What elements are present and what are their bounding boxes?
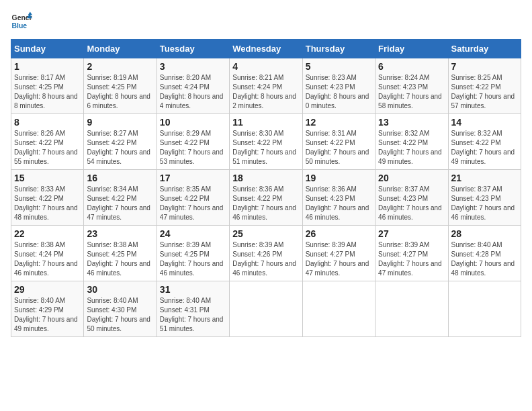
day-detail: Sunrise: 8:31 AMSunset: 4:22 PMDaylight:… [306, 130, 369, 165]
day-detail: Sunrise: 8:20 AMSunset: 4:24 PMDaylight:… [160, 74, 224, 109]
calendar-cell: 15 Sunrise: 8:33 AMSunset: 4:22 PMDaylig… [11, 170, 84, 226]
day-detail: Sunrise: 8:30 AMSunset: 4:22 PMDaylight:… [232, 130, 296, 165]
calendar-cell: 8 Sunrise: 8:26 AMSunset: 4:22 PMDayligh… [11, 114, 84, 170]
week-row-3: 15 Sunrise: 8:33 AMSunset: 4:22 PMDaylig… [11, 170, 521, 226]
day-header-wednesday: Wednesday [230, 40, 302, 58]
day-detail: Sunrise: 8:32 AMSunset: 4:22 PMDaylight:… [378, 130, 442, 165]
day-detail: Sunrise: 8:23 AMSunset: 4:23 PMDaylight:… [306, 74, 369, 109]
calendar-cell: 13 Sunrise: 8:32 AMSunset: 4:22 PMDaylig… [375, 114, 448, 170]
calendar-cell: 2 Sunrise: 8:19 AMSunset: 4:25 PMDayligh… [84, 58, 157, 114]
day-number: 10 [160, 117, 226, 128]
day-number: 3 [160, 61, 226, 72]
calendar-cell: 11 Sunrise: 8:30 AMSunset: 4:22 PMDaylig… [230, 114, 302, 170]
day-number: 4 [232, 61, 299, 72]
day-number: 19 [306, 173, 372, 183]
day-detail: Sunrise: 8:38 AMSunset: 4:25 PMDaylight:… [87, 241, 150, 277]
day-detail: Sunrise: 8:40 AMSunset: 4:28 PMDaylight:… [451, 241, 515, 277]
day-header-monday: Monday [84, 40, 157, 58]
calendar-cell: 5 Sunrise: 8:23 AMSunset: 4:23 PMDayligh… [302, 58, 375, 114]
day-detail: Sunrise: 8:33 AMSunset: 4:22 PMDaylight:… [14, 185, 78, 221]
day-number: 18 [232, 173, 299, 183]
day-detail: Sunrise: 8:34 AMSunset: 4:22 PMDaylight:… [87, 185, 150, 221]
day-detail: Sunrise: 8:17 AMSunset: 4:25 PMDaylight:… [14, 74, 78, 109]
calendar-cell: 27 Sunrise: 8:39 AMSunset: 4:27 PMDaylig… [375, 226, 448, 281]
day-number: 22 [14, 228, 81, 239]
day-detail: Sunrise: 8:19 AMSunset: 4:25 PMDaylight:… [87, 74, 150, 109]
calendar-cell: 4 Sunrise: 8:21 AMSunset: 4:24 PMDayligh… [230, 58, 302, 114]
day-detail: Sunrise: 8:39 AMSunset: 4:27 PMDaylight:… [306, 241, 369, 277]
calendar-cell: 30 Sunrise: 8:40 AMSunset: 4:30 PMDaylig… [84, 281, 157, 337]
calendar-cell [230, 281, 302, 337]
calendar-cell: 18 Sunrise: 8:36 AMSunset: 4:22 PMDaylig… [230, 170, 302, 226]
calendar-cell: 10 Sunrise: 8:29 AMSunset: 4:22 PMDaylig… [157, 114, 229, 170]
week-row-2: 8 Sunrise: 8:26 AMSunset: 4:22 PMDayligh… [11, 114, 521, 170]
day-number: 12 [306, 117, 372, 128]
day-detail: Sunrise: 8:32 AMSunset: 4:22 PMDaylight:… [451, 130, 515, 165]
calendar-cell: 22 Sunrise: 8:38 AMSunset: 4:24 PMDaylig… [11, 226, 84, 281]
day-number: 26 [306, 228, 372, 239]
calendar-cell: 25 Sunrise: 8:39 AMSunset: 4:26 PMDaylig… [230, 226, 302, 281]
day-detail: Sunrise: 8:38 AMSunset: 4:24 PMDaylight:… [14, 241, 78, 277]
day-number: 24 [160, 228, 226, 239]
day-detail: Sunrise: 8:29 AMSunset: 4:22 PMDaylight:… [160, 130, 224, 165]
day-detail: Sunrise: 8:39 AMSunset: 4:25 PMDaylight:… [160, 241, 224, 277]
calendar-cell: 9 Sunrise: 8:27 AMSunset: 4:22 PMDayligh… [84, 114, 157, 170]
day-detail: Sunrise: 8:36 AMSunset: 4:23 PMDaylight:… [306, 185, 369, 221]
day-number: 31 [160, 284, 226, 295]
day-number: 8 [14, 117, 81, 128]
calendar-cell: 16 Sunrise: 8:34 AMSunset: 4:22 PMDaylig… [84, 170, 157, 226]
day-detail: Sunrise: 8:40 AMSunset: 4:29 PMDaylight:… [14, 297, 78, 332]
svg-text:Blue: Blue [12, 22, 28, 30]
day-detail: Sunrise: 8:39 AMSunset: 4:26 PMDaylight:… [232, 241, 296, 277]
day-number: 6 [378, 61, 445, 72]
day-number: 20 [378, 173, 445, 183]
day-number: 27 [378, 228, 445, 239]
day-detail: Sunrise: 8:27 AMSunset: 4:22 PMDaylight:… [87, 130, 150, 165]
day-number: 25 [232, 228, 299, 239]
day-number: 30 [87, 284, 153, 295]
day-number: 9 [87, 117, 153, 128]
day-number: 21 [451, 173, 518, 183]
day-detail: Sunrise: 8:36 AMSunset: 4:22 PMDaylight:… [232, 185, 296, 221]
day-header-tuesday: Tuesday [157, 40, 229, 58]
logo-icon: General Blue [11, 11, 32, 32]
day-number: 16 [87, 173, 153, 183]
calendar-cell: 19 Sunrise: 8:36 AMSunset: 4:23 PMDaylig… [302, 170, 375, 226]
calendar-cell: 1 Sunrise: 8:17 AMSunset: 4:25 PMDayligh… [11, 58, 84, 114]
calendar-cell: 12 Sunrise: 8:31 AMSunset: 4:22 PMDaylig… [302, 114, 375, 170]
day-number: 15 [14, 173, 81, 183]
calendar-cell: 29 Sunrise: 8:40 AMSunset: 4:29 PMDaylig… [11, 281, 84, 337]
logo: General Blue [11, 11, 32, 32]
day-number: 2 [87, 61, 153, 72]
day-number: 1 [14, 61, 81, 72]
day-header-thursday: Thursday [302, 40, 375, 58]
day-number: 23 [87, 228, 153, 239]
day-number: 17 [160, 173, 226, 183]
day-number: 28 [451, 228, 518, 239]
day-detail: Sunrise: 8:40 AMSunset: 4:31 PMDaylight:… [160, 297, 224, 332]
day-detail: Sunrise: 8:25 AMSunset: 4:22 PMDaylight:… [451, 74, 515, 109]
calendar-cell: 21 Sunrise: 8:37 AMSunset: 4:23 PMDaylig… [448, 170, 521, 226]
calendar-cell: 14 Sunrise: 8:32 AMSunset: 4:22 PMDaylig… [448, 114, 521, 170]
week-row-4: 22 Sunrise: 8:38 AMSunset: 4:24 PMDaylig… [11, 226, 521, 281]
day-number: 14 [451, 117, 518, 128]
day-detail: Sunrise: 8:21 AMSunset: 4:24 PMDaylight:… [232, 74, 296, 109]
day-detail: Sunrise: 8:37 AMSunset: 4:23 PMDaylight:… [451, 185, 515, 221]
calendar-cell: 17 Sunrise: 8:35 AMSunset: 4:22 PMDaylig… [157, 170, 229, 226]
day-detail: Sunrise: 8:39 AMSunset: 4:27 PMDaylight:… [378, 241, 442, 277]
calendar-cell: 3 Sunrise: 8:20 AMSunset: 4:24 PMDayligh… [157, 58, 229, 114]
calendar-cell: 7 Sunrise: 8:25 AMSunset: 4:22 PMDayligh… [448, 58, 521, 114]
day-detail: Sunrise: 8:24 AMSunset: 4:23 PMDaylight:… [378, 74, 442, 109]
calendar-cell: 28 Sunrise: 8:40 AMSunset: 4:28 PMDaylig… [448, 226, 521, 281]
day-number: 5 [306, 61, 372, 72]
day-header-sunday: Sunday [11, 40, 84, 58]
day-detail: Sunrise: 8:40 AMSunset: 4:30 PMDaylight:… [87, 297, 150, 332]
day-number: 13 [378, 117, 445, 128]
day-header-saturday: Saturday [448, 40, 521, 58]
svg-marker-2 [28, 12, 32, 15]
calendar-cell: 23 Sunrise: 8:38 AMSunset: 4:25 PMDaylig… [84, 226, 157, 281]
day-header-friday: Friday [375, 40, 448, 58]
week-row-5: 29 Sunrise: 8:40 AMSunset: 4:29 PMDaylig… [11, 281, 521, 337]
calendar-header-row: SundayMondayTuesdayWednesdayThursdayFrid… [11, 40, 521, 58]
calendar-cell: 20 Sunrise: 8:37 AMSunset: 4:23 PMDaylig… [375, 170, 448, 226]
